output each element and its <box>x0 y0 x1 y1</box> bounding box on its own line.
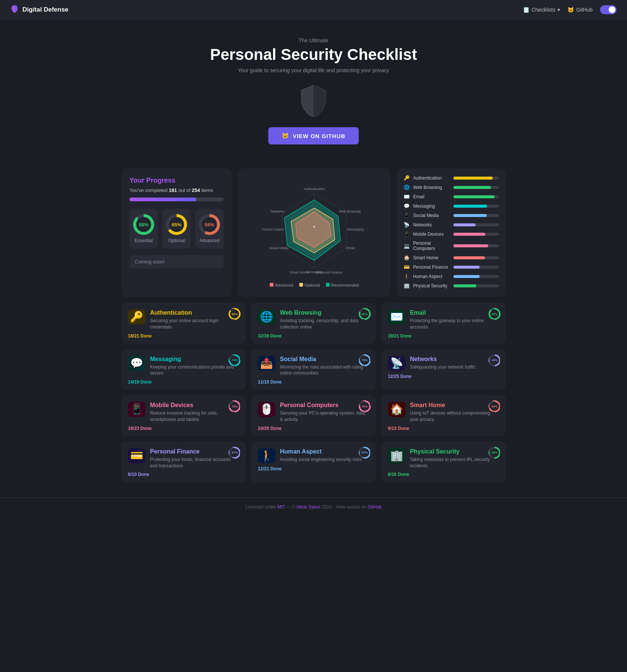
category-icon: ✉️ <box>388 309 406 324</box>
legend-bar-fill <box>453 177 493 180</box>
category-info: Human Aspect Avoiding social engineering… <box>280 448 369 463</box>
author-link[interactable]: Alicia Sykes <box>296 504 321 510</box>
svg-text:Smart Home: Smart Home <box>290 271 309 274</box>
category-card[interactable]: 90% ✉️ Email Protecting the gateway to y… <box>381 303 506 344</box>
legend-bar-fill <box>453 214 487 217</box>
github-nav[interactable]: 🐱 GitHub <box>568 7 593 13</box>
legend-bar-track <box>453 284 499 287</box>
footer-github-link[interactable]: GitHub <box>368 504 382 510</box>
category-header: 📱 Mobile Devices Reduce invasive trackin… <box>128 402 239 423</box>
legend-advanced: Advanced <box>270 283 293 287</box>
category-card[interactable]: 82% 🌐 Web Browsing Avoiding tracking, ce… <box>251 303 376 344</box>
legend-bar-row: 🚶 Human Aspect <box>403 274 499 279</box>
legend-bar-track <box>453 256 499 259</box>
category-description: Keeping your communications private and … <box>150 364 239 377</box>
category-info: Smart Home Using IoT devices without com… <box>410 402 499 423</box>
category-info: Web Browsing Avoiding tracking, censorsh… <box>280 309 369 330</box>
category-card[interactable]: 50% 🏢 Physical Security Taking measures … <box>381 442 506 483</box>
essential-pct: 88 <box>139 222 144 227</box>
category-card[interactable]: 48% 📡 Networks Safeguarding your network… <box>381 349 506 390</box>
stat-circles: 88% Essential 65% Optional <box>129 209 224 248</box>
category-description: Reduce invasive tracking for cells, smar… <box>150 410 239 423</box>
legend-bar-fill <box>453 266 479 269</box>
svg-text:Personal Finance: Personal Finance <box>316 271 342 274</box>
category-grid: 86% 🔑 Authentication Securing your onlin… <box>121 303 506 482</box>
svg-text:Web Browsing: Web Browsing <box>339 210 361 213</box>
category-card[interactable]: 76% 🖱️ Personal Computers Securing your … <box>251 395 376 436</box>
category-done: 19/21 Done <box>388 333 499 339</box>
hero-title: Personal Security Checklist <box>7 46 620 64</box>
checklists-nav[interactable]: 🗒️ Checklists ▾ <box>523 7 560 13</box>
svg-text:Messaging: Messaging <box>347 227 364 231</box>
category-card[interactable]: 73% 📤 Social Media Minimizing the risks … <box>251 349 376 390</box>
legend-bar-track <box>453 275 499 278</box>
footer: Licensed under MIT — © Alicia Sykes 2024… <box>0 497 627 516</box>
category-card[interactable]: 70% 📱 Mobile Devices Reduce invasive tra… <box>121 395 246 436</box>
category-card[interactable]: 69% 🏠 Smart Home Using IoT devices witho… <box>381 395 506 436</box>
category-description: Using IoT devices without compromising y… <box>410 410 499 423</box>
hero-description: Your guide to securing your digital life… <box>7 67 620 73</box>
category-done: 16/23 Done <box>128 426 239 431</box>
radar-legend: Advanced Optional Recommended <box>270 283 359 287</box>
category-progress-badge: 74% <box>229 354 241 366</box>
advanced-pct: 58 <box>205 222 210 227</box>
legend-icon: 💳 <box>403 264 410 270</box>
view-on-github-button[interactable]: 🐱 VIEW ON GITHUB <box>268 127 359 144</box>
category-done: 14/19 Done <box>128 379 239 385</box>
category-card[interactable]: 57% 🚶 Human Aspect Avoiding social engin… <box>251 442 376 483</box>
legend-name: Web Browsing <box>413 185 450 190</box>
legend-name: Physical Security <box>413 283 450 288</box>
svg-text:Authentication: Authentication <box>304 187 325 191</box>
category-icon: 🚶 <box>258 448 275 463</box>
advanced-ring: 58% <box>199 214 220 235</box>
hero-subtitle: The Ultimate <box>7 37 620 43</box>
category-progress-badge: 76% <box>359 400 371 412</box>
mit-link[interactable]: MIT <box>277 504 285 510</box>
navbar: Digital Defense 🗒️ Checklists ▾ 🐱 GitHub <box>0 0 627 19</box>
legend-bar-fill <box>453 186 491 189</box>
category-card[interactable]: 86% 🔑 Authentication Securing your onlin… <box>121 303 246 344</box>
svg-text:Human Aspect: Human Aspect <box>262 227 284 231</box>
github-btn-icon: 🐱 <box>282 132 289 139</box>
legend-recommended: Recommended <box>326 283 359 287</box>
category-icon: 🖱️ <box>258 402 275 417</box>
hero-shield-icon <box>299 84 328 117</box>
legend-name: Personal Computers <box>413 241 450 251</box>
legend-name: Mobile Devices <box>413 232 450 237</box>
advanced-stat: 58% Advanced <box>195 209 224 248</box>
category-icon: 🔑 <box>128 309 146 324</box>
category-header: 🏠 Smart Home Using IoT devices without c… <box>388 402 499 423</box>
hero-section: The Ultimate Personal Security Checklist… <box>0 19 627 159</box>
category-icon: 💬 <box>128 356 146 371</box>
legend-name: Human Aspect <box>413 274 450 279</box>
svg-text:Social Media: Social Media <box>269 246 288 250</box>
legend-bar-track <box>453 214 499 217</box>
legend-bar-track <box>453 195 499 198</box>
legend-bar-fill <box>453 275 479 278</box>
category-header: 🔑 Authentication Securing your online ac… <box>128 309 239 330</box>
legend-bar-row: ✉️ Email <box>403 194 499 199</box>
progress-completed: 181 <box>169 187 177 193</box>
brand: Digital Defense <box>10 4 68 15</box>
category-done: 9/13 Done <box>388 426 499 431</box>
optional-ring: 65% <box>166 214 187 235</box>
theme-toggle[interactable] <box>600 5 617 14</box>
category-progress-badge: 73% <box>359 354 371 366</box>
category-progress-badge: 82% <box>359 308 371 320</box>
radar-chart: .radar-label { font-size: 9px; fill: #90… <box>254 174 374 279</box>
advanced-label: Advanced <box>199 238 220 243</box>
legend-bar-fill <box>453 205 487 208</box>
legend-bar-track <box>453 205 499 208</box>
legend-bar-row: 📱 Social Media <box>403 213 499 218</box>
category-name: Authentication <box>150 309 239 316</box>
category-description: Taking measures to prevent IRL security … <box>410 456 499 469</box>
category-card[interactable]: 57% 💳 Personal Finance Protecting your f… <box>121 442 246 483</box>
legend-bar-row: 📡 Networks <box>403 222 499 227</box>
checklists-label: Checklists <box>532 7 556 13</box>
category-card[interactable]: 74% 💬 Messaging Keeping your communicati… <box>121 349 246 390</box>
category-icon: 📤 <box>258 356 275 371</box>
category-icon: 📡 <box>388 356 406 371</box>
category-header: 📡 Networks Safeguarding your network tra… <box>388 356 499 371</box>
optional-pct: 65 <box>172 222 177 227</box>
optional-stat: 65% Optional <box>162 209 191 248</box>
